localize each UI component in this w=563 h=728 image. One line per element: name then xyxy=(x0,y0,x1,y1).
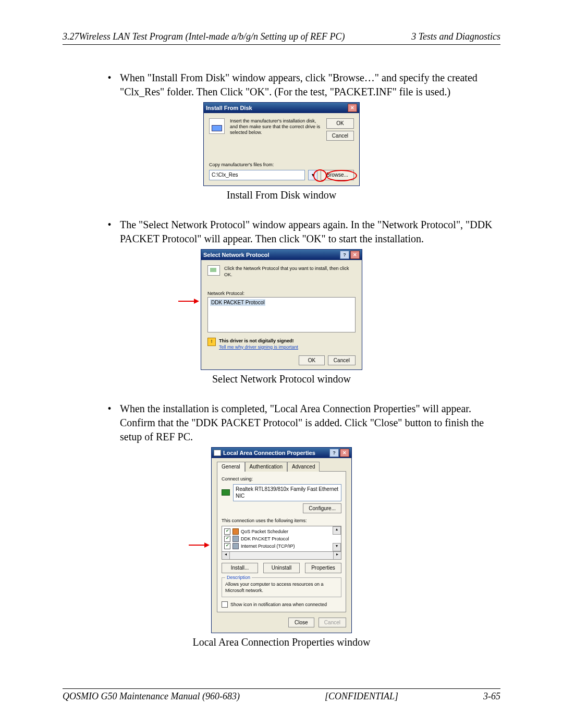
items-label: This connection uses the following items… xyxy=(222,517,341,524)
list-label: Network Protocol: xyxy=(207,290,356,297)
show-icon-label: Show icon in notification area when conn… xyxy=(230,601,327,608)
local-area-connection-properties-dialog: Local Area Connection Properties ? ✕ Gen… xyxy=(211,447,352,633)
tab-bar: General Authentication Advanced xyxy=(217,461,346,471)
list-item[interactable]: ✔ QoS Packet Scheduler xyxy=(224,528,339,535)
connection-icon xyxy=(214,450,221,456)
ok-button[interactable]: OK xyxy=(326,118,354,129)
bullet-marker: • xyxy=(99,402,120,444)
cancel-button[interactable]: Cancel xyxy=(328,355,356,366)
dialog-titlebar: Select Network Protocol ? ✕ xyxy=(201,250,362,260)
bullet-text: When "Install From Disk" window appears,… xyxy=(120,71,500,99)
page: 3.27Wireless LAN Test Program (Intel-mad… xyxy=(0,0,563,728)
warning-icon: ! xyxy=(207,338,216,346)
ok-button[interactable]: OK xyxy=(299,355,325,366)
configure-button[interactable]: Configure... xyxy=(303,503,341,514)
dialog-message: Click the Network Protocol that you want… xyxy=(224,265,356,278)
bullet-text: The "Select Network Protocol" window app… xyxy=(120,218,500,246)
nic-icon xyxy=(222,489,230,496)
page-content: • When "Install From Disk" window appear… xyxy=(63,71,500,649)
bullet-text: When the installation is completed, "Loc… xyxy=(120,402,500,444)
checkbox[interactable]: ✔ xyxy=(222,601,228,608)
scroll-down-button[interactable]: ▾ xyxy=(333,543,341,551)
checkbox[interactable]: ✔ xyxy=(224,528,230,535)
description-text: Allows your computer to access resources… xyxy=(225,582,324,593)
browse-button[interactable]: Browse... xyxy=(321,170,354,180)
cancel-button: Cancel xyxy=(319,618,346,628)
group-title: Description xyxy=(225,574,252,581)
dialog-message: Insert the manufacturer's installation d… xyxy=(230,118,321,135)
scroll-right-button[interactable]: ▸ xyxy=(333,552,341,559)
description-group: Description Allows your computer to acce… xyxy=(222,577,341,597)
bullet-marker: • xyxy=(99,71,120,99)
items-listbox[interactable]: ✔ QoS Packet Scheduler ✔ DDK PACKET Prot… xyxy=(222,526,341,552)
protocol-icon xyxy=(232,536,239,542)
page-header: 3.27Wireless LAN Test Program (Intel-mad… xyxy=(63,31,500,45)
help-icon[interactable]: ? xyxy=(340,251,349,259)
horizontal-scrollbar[interactable]: ◂ ▸ xyxy=(222,552,341,560)
item-label: Internet Protocol (TCP/IP) xyxy=(241,543,295,549)
dialog-title: Select Network Protocol xyxy=(203,251,270,259)
list-item[interactable]: ✔ Internet Protocol (TCP/IP) xyxy=(224,542,339,550)
figure-caption: Select Network Protocol window xyxy=(63,372,500,386)
cancel-button[interactable]: Cancel xyxy=(326,131,354,141)
close-icon[interactable]: ✕ xyxy=(350,251,360,259)
list-item[interactable]: DDK PACKET Protocol xyxy=(210,299,265,306)
item-label: DDK PACKET Protocol xyxy=(241,536,289,542)
page-footer: QOSMIO G50 Maintenance Manual (960-683) … xyxy=(63,688,500,702)
path-input[interactable]: C:\Clx_Res xyxy=(209,170,305,180)
dialog-title: Local Area Connection Properties xyxy=(214,449,315,457)
figure-caption: Local Area Connection Properties window xyxy=(63,635,500,649)
uninstall-button[interactable]: Uninstall xyxy=(263,563,300,573)
properties-button[interactable]: Properties xyxy=(305,563,341,573)
adapter-field: Realtek RTL8139/810x Family Fast Etherne… xyxy=(233,484,341,501)
signing-info-link[interactable]: Tell me why driver signing is important xyxy=(219,344,298,350)
tab-authentication[interactable]: Authentication xyxy=(245,462,287,472)
tab-advanced[interactable]: Advanced xyxy=(287,462,320,472)
install-from-disk-dialog: Install From Disk ✕ Insert the manufactu… xyxy=(203,102,360,186)
qos-icon xyxy=(232,528,239,535)
footer-left: QOSMIO G50 Maintenance Manual (960-683) xyxy=(63,691,240,702)
select-network-protocol-dialog: Select Network Protocol ? ✕ Click the Ne… xyxy=(201,249,362,370)
dialog-titlebar: Local Area Connection Properties ? ✕ xyxy=(212,448,351,458)
protocol-icon xyxy=(232,543,239,549)
install-button[interactable]: Install... xyxy=(222,563,258,573)
warning-text: This driver is not digitally signed! xyxy=(219,338,294,343)
list-item[interactable]: ✔ DDK PACKET Protocol xyxy=(224,535,339,542)
help-icon[interactable]: ? xyxy=(329,449,339,457)
header-right: 3 Tests and Diagnostics xyxy=(411,31,500,42)
dropdown-button[interactable]: ▾ xyxy=(308,170,317,180)
footer-right: 3-65 xyxy=(483,691,500,702)
connect-using-label: Connect using: xyxy=(222,476,341,482)
network-icon xyxy=(207,265,220,276)
header-left: 3.27Wireless LAN Test Program (Intel-mad… xyxy=(63,31,345,42)
item-label: QoS Packet Scheduler xyxy=(241,528,288,535)
dialog-titlebar: Install From Disk ✕ xyxy=(204,103,359,113)
disk-icon xyxy=(209,118,225,134)
close-icon[interactable]: ✕ xyxy=(340,449,349,457)
checkbox[interactable]: ✔ xyxy=(224,543,230,549)
figure-caption: Install From Disk window xyxy=(63,188,500,202)
close-button[interactable]: Close xyxy=(288,618,314,628)
bullet-item: • When "Install From Disk" window appear… xyxy=(99,71,500,99)
bullet-marker: • xyxy=(99,218,120,246)
tab-panel: Connect using: Realtek RTL8139/810x Fami… xyxy=(217,471,346,612)
copy-from-label: Copy manufacturer's files from: xyxy=(209,162,354,168)
scroll-up-button[interactable]: ▴ xyxy=(333,526,341,535)
tab-general[interactable]: General xyxy=(217,462,245,472)
close-icon[interactable]: ✕ xyxy=(348,104,357,112)
bullet-item: • The "Select Network Protocol" window a… xyxy=(99,218,500,246)
protocol-listbox[interactable]: DDK PACKET Protocol xyxy=(207,297,356,332)
checkbox[interactable]: ✔ xyxy=(224,536,230,542)
dialog-title: Install From Disk xyxy=(206,104,252,112)
footer-center: [CONFIDENTIAL] xyxy=(325,691,398,702)
bullet-item: • When the installation is completed, "L… xyxy=(99,402,500,444)
scroll-left-button[interactable]: ◂ xyxy=(222,552,230,559)
